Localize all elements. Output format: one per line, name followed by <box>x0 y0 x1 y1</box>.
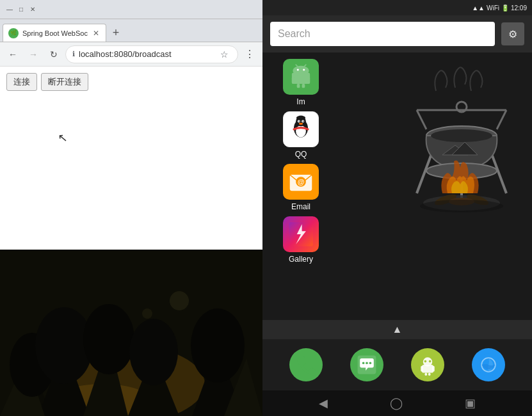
wallpaper-area <box>339 52 532 320</box>
contacts-icon <box>355 353 378 376</box>
time-display: 12:09 <box>511 4 527 12</box>
button-row: 连接 断开连接 <box>6 73 256 91</box>
android-robot-icon <box>416 353 439 376</box>
android-search-bar: Search ⚙ <box>262 15 532 52</box>
qq-app-icon <box>283 111 319 147</box>
gallery-app-icon <box>283 216 319 252</box>
svg-point-16 <box>142 308 152 319</box>
dock-android-button[interactable] <box>411 348 444 381</box>
browser-menu-button[interactable]: ⋮ <box>241 45 259 63</box>
svg-point-62 <box>366 362 368 365</box>
app-grid: Im <box>262 52 339 320</box>
drawer-handle[interactable]: ▲ <box>262 320 532 339</box>
tree-silhouette-svg <box>0 250 262 416</box>
android-main-area: Im <box>262 52 532 320</box>
svg-point-51 <box>431 129 492 142</box>
im-app-label: Im <box>296 97 305 106</box>
svg-rect-71 <box>425 373 428 376</box>
svg-rect-24 <box>302 84 305 88</box>
qq-app-label: QQ <box>295 150 307 159</box>
svg-rect-66 <box>422 365 433 373</box>
tab-bar: 🌿 Spring Boot WebSoc ✕ + <box>0 19 262 42</box>
search-placeholder-text: Search <box>278 28 487 40</box>
url-bar[interactable]: ℹ localhost:8080/broadcast ☆ <box>65 45 238 63</box>
svg-point-18 <box>293 66 309 76</box>
tab-close-button[interactable]: ✕ <box>92 29 101 38</box>
back-nav-icon[interactable]: ◀ <box>319 396 328 410</box>
signal-icon: ▲▲ <box>472 4 485 12</box>
email-app-icon: @ <box>283 164 319 200</box>
reload-button[interactable]: ↻ <box>45 45 63 63</box>
bookmark-button[interactable]: ☆ <box>217 47 231 61</box>
maximize-button[interactable]: □ <box>17 5 26 14</box>
search-input-wrapper[interactable]: Search <box>270 22 495 46</box>
phone-icon <box>294 353 318 376</box>
svg-point-32 <box>298 121 300 122</box>
app-item-qq[interactable]: QQ <box>283 111 319 159</box>
battery-icon: 🔋 <box>501 4 509 12</box>
svg-rect-69 <box>421 366 423 372</box>
dock-phone-button[interactable] <box>289 348 323 381</box>
mouse-cursor: ↖ <box>57 130 68 145</box>
content-area: ↖ <box>6 99 256 243</box>
svg-rect-72 <box>428 373 431 376</box>
titlebar-left: — □ ✕ <box>5 5 37 14</box>
svg-line-46 <box>497 110 506 129</box>
svg-line-45 <box>417 110 426 129</box>
dark-background-area <box>0 250 262 416</box>
dock-camera-button[interactable] <box>472 348 505 381</box>
svg-rect-21 <box>292 77 295 84</box>
svg-rect-70 <box>432 366 435 372</box>
svg-point-68 <box>429 360 431 363</box>
gear-icon: ⚙ <box>508 28 517 40</box>
tab-title: Spring Boot WebSoc <box>22 29 88 37</box>
browser-tab-active[interactable]: 🌿 Spring Boot WebSoc ✕ <box>3 24 106 42</box>
svg-point-33 <box>303 121 304 122</box>
gallery-icon-svg <box>287 220 315 248</box>
email-app-label: Email <box>291 202 310 211</box>
svg-point-58 <box>420 200 503 212</box>
svg-rect-36 <box>299 116 303 119</box>
new-tab-button[interactable]: + <box>106 24 125 42</box>
svg-rect-22 <box>307 77 310 84</box>
im-app-icon <box>283 59 319 95</box>
lock-icon: ℹ <box>72 50 75 58</box>
app-item-im[interactable]: Im <box>283 59 319 106</box>
svg-point-34 <box>299 123 303 125</box>
wifi-icon: WiFi <box>487 4 499 12</box>
browser-titlebar: — □ ✕ <box>0 0 262 19</box>
browser-window: — □ ✕ 🌿 Spring Boot WebSoc ✕ + ← → <box>0 0 262 250</box>
connect-button[interactable]: 连接 <box>6 73 37 91</box>
dock-contacts-button[interactable] <box>350 348 383 381</box>
svg-point-67 <box>424 360 427 363</box>
recents-nav-icon[interactable]: ▣ <box>465 396 476 410</box>
svg-point-20 <box>303 68 305 70</box>
qq-icon-svg <box>287 115 315 143</box>
svg-line-25 <box>296 65 298 67</box>
app-item-gallery[interactable]: Gallery <box>283 216 319 264</box>
svg-point-15 <box>170 291 189 310</box>
settings-button[interactable]: ⚙ <box>501 22 524 45</box>
window-controls: — □ ✕ <box>5 5 37 14</box>
forward-button[interactable]: → <box>24 45 42 63</box>
back-button[interactable]: ← <box>4 45 22 63</box>
main-layout: — □ ✕ 🌿 Spring Boot WebSoc ✕ + ← → <box>0 0 532 416</box>
svg-line-26 <box>304 65 306 67</box>
disconnect-button[interactable]: 断开连接 <box>41 73 88 91</box>
gallery-app-label: Gallery <box>289 255 313 264</box>
home-nav-icon[interactable]: ◯ <box>390 396 403 410</box>
tab-favicon: 🌿 <box>8 28 19 38</box>
svg-point-14 <box>191 308 245 383</box>
im-icon-svg <box>287 63 315 91</box>
close-button[interactable]: ✕ <box>28 5 37 14</box>
android-panel: ▲▲ WiFi 🔋 12:09 Search ⚙ <box>262 0 532 416</box>
minimize-button[interactable]: — <box>5 5 14 14</box>
svg-point-63 <box>369 362 371 365</box>
svg-point-12 <box>83 304 134 374</box>
app-item-email[interactable]: @ Email <box>283 164 319 211</box>
android-status-bar: ▲▲ WiFi 🔋 12:09 <box>262 0 532 15</box>
svg-text:@: @ <box>298 178 305 186</box>
android-dock <box>262 339 532 390</box>
svg-point-13 <box>129 319 178 385</box>
address-bar: ← → ↻ ℹ localhost:8080/broadcast ☆ ⋮ <box>0 42 262 67</box>
